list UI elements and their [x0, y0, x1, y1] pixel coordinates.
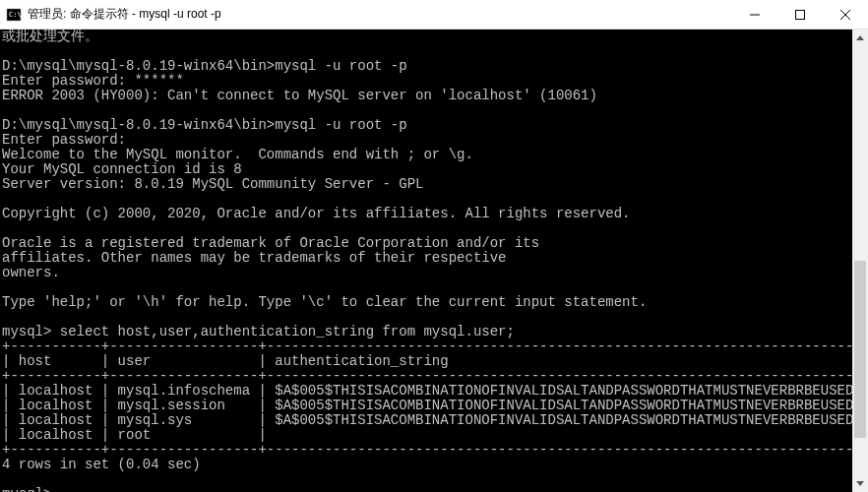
vertical-scrollbar[interactable] — [852, 30, 868, 492]
terminal-line — [2, 221, 866, 236]
terminal-line: +-----------+------------------+--------… — [2, 369, 866, 384]
terminal-line: Oracle is a registered trademark of Orac… — [2, 236, 866, 251]
terminal-line: Type 'help;' or '\h' for help. Type '\c'… — [2, 295, 866, 310]
terminal-line: ERROR 2003 (HY000): Can't connect to MyS… — [2, 89, 866, 103]
cmd-icon: C:\ — [6, 7, 22, 23]
terminal-line: 4 rows in set (0.04 sec) — [2, 458, 866, 472]
maximize-button[interactable] — [777, 0, 823, 30]
terminal-line: D:\mysql\mysql-8.0.19-winx64\bin>mysql -… — [2, 118, 866, 133]
close-button[interactable] — [823, 0, 868, 30]
terminal-line: Your MySQL connection id is 8 — [2, 162, 866, 177]
terminal-line: 或批处理文件。 — [2, 30, 866, 44]
terminal-line: mysql> — [2, 487, 866, 492]
terminal-line — [2, 472, 866, 487]
terminal-line: D:\mysql\mysql-8.0.19-winx64\bin>mysql -… — [2, 59, 866, 74]
scrollbar-thumb[interactable] — [854, 261, 866, 438]
terminal-line — [2, 103, 866, 118]
terminal-line: affiliates. Other names may be trademark… — [2, 251, 866, 266]
terminal-line: Enter password: ****** — [2, 74, 866, 89]
svg-text:C:\: C:\ — [9, 11, 22, 19]
scroll-up-arrow[interactable] — [852, 30, 868, 46]
terminal-line: | localhost | mysql.infoschema | $A$005$… — [2, 384, 866, 399]
terminal-line: +-----------+------------------+--------… — [2, 339, 866, 354]
terminal-line — [2, 192, 866, 207]
terminal-line: | host | user | authentication_string | — [2, 354, 866, 369]
minimize-button[interactable] — [732, 0, 777, 30]
svg-rect-3 — [796, 10, 805, 19]
window-title: 管理员: 命令提示符 - mysql -u root -p — [28, 6, 221, 23]
terminal-line — [2, 310, 866, 325]
svg-marker-6 — [856, 35, 864, 40]
terminal-line — [2, 280, 866, 295]
terminal-line: Welcome to the MySQL monitor. Commands e… — [2, 148, 866, 162]
terminal-line: Enter password: — [2, 133, 866, 148]
terminal-line: Server version: 8.0.19 MySQL Community S… — [2, 177, 866, 192]
terminal-output[interactable]: 或批处理文件。D:\mysql\mysql-8.0.19-winx64\bin>… — [0, 30, 868, 492]
terminal-line: mysql> select host,user,authentication_s… — [2, 325, 866, 339]
terminal-line: | localhost | mysql.sys | $A$005$THISISA… — [2, 413, 866, 428]
scroll-down-arrow[interactable] — [852, 475, 868, 492]
terminal-line: Copyright (c) 2000, 2020, Oracle and/or … — [2, 207, 866, 221]
terminal-line: +-----------+------------------+--------… — [2, 443, 866, 458]
terminal-line: | localhost | mysql.session | $A$005$THI… — [2, 399, 866, 413]
terminal-line: | localhost | root | | — [2, 428, 866, 443]
scrollbar-track[interactable] — [852, 46, 868, 475]
terminal-line: owners. — [2, 266, 866, 280]
svg-marker-7 — [856, 481, 864, 486]
window-titlebar: C:\ 管理员: 命令提示符 - mysql -u root -p — [0, 0, 868, 30]
terminal-line — [2, 44, 866, 59]
